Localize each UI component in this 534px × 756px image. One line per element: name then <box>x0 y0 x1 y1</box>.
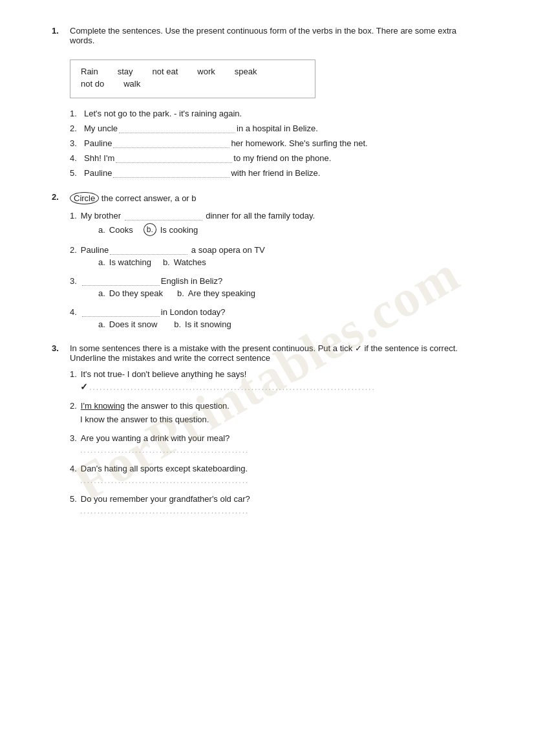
section3-item1: 1. It's not true- I don't believe anythi… <box>70 369 482 392</box>
word2: stay <box>118 67 133 76</box>
section3-item3: 3. Are you wanting a drink with your mea… <box>70 433 482 455</box>
section2-item2: 2. Pauline a soap opera on TV a. Is watc… <box>70 245 482 267</box>
section3-number: 3. <box>52 343 65 353</box>
word6: not do <box>81 79 104 89</box>
circle-word: Circle <box>70 192 99 204</box>
section-1: 1. Complete the sentences. Use the prese… <box>52 26 482 178</box>
answer-dots-3: ........................................… <box>80 446 482 455</box>
word1: Rain <box>81 67 98 76</box>
sub-item: a. Is watching b. Watches <box>98 257 482 267</box>
list-item: 3. Paulineher homework. She's surfing th… <box>70 138 482 148</box>
word3: not eat <box>153 67 178 76</box>
section2-number: 2. <box>52 192 65 202</box>
section3-item4: 4. Dan's hating all sports except skateb… <box>70 464 482 485</box>
list-item: 2. My unclein a hospital in Belize. <box>70 124 482 133</box>
item-num: 2. <box>70 245 77 255</box>
item-num: 2. <box>70 401 77 411</box>
item-num: 3. <box>70 433 77 443</box>
item-num: 5. <box>70 494 77 504</box>
section3-item5: 5. Do you remember your grandfather's ol… <box>70 494 482 515</box>
word5: speak <box>235 67 257 76</box>
item-num: 4. <box>70 307 77 317</box>
answer-dots-4: ........................................… <box>80 476 482 485</box>
list-item: 4. Shh! I'mto my friend on the phone. <box>70 153 482 163</box>
section1-instruction: Complete the sentences. Use the present … <box>70 26 482 45</box>
item-num: 3. <box>70 276 77 286</box>
sub-item: a. Does it snow b. Is it snowing <box>98 319 482 329</box>
sub-item: a. Do they speak b. Are they speaking <box>98 288 482 298</box>
section1-list: 1. Let's not go to the park. - it's rain… <box>70 109 482 178</box>
section2-item1: 1. My brother dinner for all the family … <box>70 211 482 236</box>
item-num: 4. <box>70 464 77 473</box>
word4: work <box>197 67 215 76</box>
section3-instruction: In some sentences there is a mistake wit… <box>70 343 482 363</box>
section1-number: 1. <box>52 26 65 36</box>
list-item: 5. Paulinewith her friend in Belize. <box>70 168 482 178</box>
correct-sentence-2: I know the answer to this question. <box>80 415 482 424</box>
underlined-text: I'm knowing <box>81 401 125 411</box>
section-2: 2. Circle the correct answer, a or b 1. … <box>52 192 482 329</box>
answer-dots-1: ✓.......................................… <box>80 382 482 392</box>
section2-item4: 4. in London today? a. Does it snow b. I… <box>70 307 482 329</box>
sub-item: a. Cooks b. Is cooking <box>98 223 482 236</box>
answer-dots-5: ........................................… <box>80 506 482 515</box>
section-3: 3. In some sentences there is a mistake … <box>52 343 482 515</box>
section2-instruction: Circle the correct answer, a or b <box>70 192 482 204</box>
item-num: 1. <box>70 369 77 379</box>
item-num: 1. <box>70 211 77 221</box>
word7: walk <box>123 79 140 89</box>
list-item: 1. Let's not go to the park. - it's rain… <box>70 109 482 118</box>
section3-item2: 2. I'm knowing the answer to this questi… <box>70 401 482 424</box>
word-box: Rain stay not eat work speak not do walk <box>70 59 315 98</box>
section2-item3: 3. English in Beliz? a. Do they speak b.… <box>70 276 482 298</box>
